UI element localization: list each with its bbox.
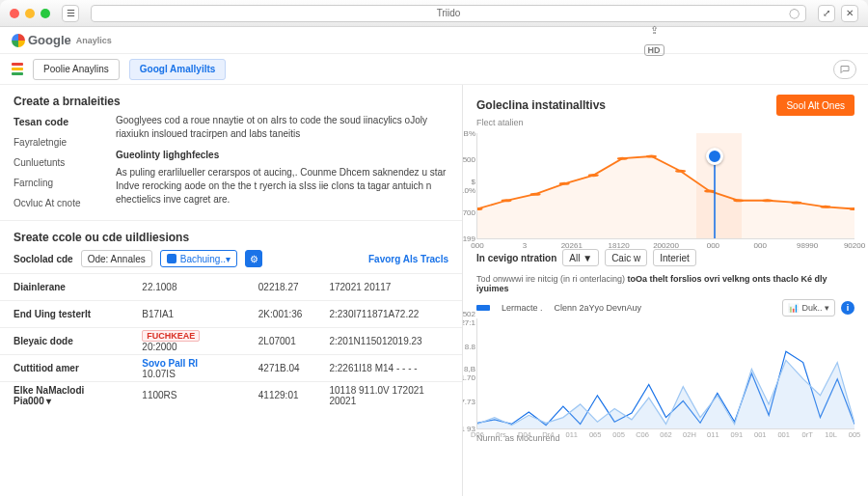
status-badge: FUCHKEAE bbox=[142, 330, 200, 342]
brand-name: Google bbox=[28, 33, 71, 47]
tab-label: Googl Amallyilts bbox=[140, 64, 216, 74]
side-menu: Tesan code Fayraletngie Cunluetunts Farn… bbox=[14, 114, 102, 210]
row-c1: FUCHKEAE 20:2000 bbox=[128, 328, 244, 355]
svg-point-7 bbox=[675, 170, 686, 173]
row-c3: 172021 20117 bbox=[315, 274, 462, 301]
settings-gear-button[interactable]: ⚙ bbox=[245, 250, 262, 267]
sidemenu-item[interactable]: Cunluetunts bbox=[14, 155, 102, 170]
svg-point-12 bbox=[820, 206, 830, 208]
description-p2: As puling erarlilueller cerarspos ot auc… bbox=[116, 166, 448, 207]
row-c1: Sovo PalI RI 10.07IS bbox=[128, 355, 244, 382]
window-titlebar: ☰ Triido ◯ ⤢ ✕ bbox=[0, 0, 868, 27]
google-g-icon bbox=[12, 34, 25, 47]
expand-icon[interactable]: ⤢ bbox=[818, 5, 835, 22]
row-name: Cuttitiod amer bbox=[0, 355, 128, 382]
row-c3: 2:2261I18 M14 - - - - bbox=[315, 355, 462, 382]
sidebar-toggle-icon[interactable]: ☰ bbox=[62, 5, 79, 22]
panel-sublabel: Flect atalien bbox=[463, 118, 868, 131]
row-c1: 1100RS bbox=[128, 382, 244, 409]
seg-interiet[interactable]: Interiet bbox=[653, 249, 696, 266]
sidemenu-head: Tesan code bbox=[14, 114, 102, 129]
table-toolbar: Soclolad cde Ode: Annales Bachuing..▾ ⚙ … bbox=[0, 250, 462, 273]
chat-icon[interactable] bbox=[833, 60, 856, 79]
chart-note: Tod onwwwi ire nitcig (in ri onterlacing… bbox=[463, 270, 868, 295]
row-name: Elke NaMaclodi Pia000 ▾ bbox=[0, 382, 128, 409]
svg-point-5 bbox=[617, 157, 628, 160]
row-c3: 2:230I711871A72.22 bbox=[315, 301, 462, 328]
row-c3: 2:201N115012019.23 bbox=[315, 328, 462, 355]
svg-point-1 bbox=[502, 199, 512, 202]
legend-select[interactable]: 📊 Duk.. ▾ bbox=[782, 299, 835, 317]
row-name: End Uing testerIt bbox=[0, 301, 128, 328]
toolbar-label: Soclolad cde bbox=[14, 254, 73, 264]
svg-point-4 bbox=[588, 174, 599, 177]
sidemenu-item[interactable]: Farncling bbox=[14, 176, 102, 190]
row-c1: B17IA1 bbox=[128, 301, 244, 328]
panel-title: Goleclina instatinalltivs bbox=[476, 98, 606, 112]
right-panel: Goleclina instatinalltivs Sool Alt Ones … bbox=[463, 85, 868, 496]
legend-swatch-icon bbox=[476, 305, 490, 311]
chart-bottom: 502 27:1110 8.88,B 11.703. 07.730.1 93 D… bbox=[476, 318, 854, 429]
search-icon: ◯ bbox=[789, 8, 800, 18]
row-c2: 2L07001 bbox=[245, 328, 316, 355]
close-window-icon[interactable] bbox=[10, 9, 19, 18]
check-icon bbox=[167, 254, 176, 263]
table-row[interactable]: Elke NaMaclodi Pia000 ▾1100RS41129:01101… bbox=[0, 382, 462, 409]
table-row[interactable]: Diainlerane22.100802218.27172021 20117 bbox=[0, 274, 462, 301]
svg-point-6 bbox=[646, 154, 657, 157]
info-icon[interactable]: i bbox=[841, 301, 854, 315]
row-c3: 10118 911.0V 172021 20021 bbox=[315, 382, 462, 409]
svg-point-10 bbox=[762, 199, 773, 202]
description-block: Googlyees cod a roue nnaytie ot on aIrs … bbox=[116, 114, 448, 210]
description-p1: Googlyees cod a roue nnaytie ot on aIrs … bbox=[116, 114, 448, 141]
tab-googl[interactable]: Googl Amallyilts bbox=[129, 59, 227, 80]
seg-caicw[interactable]: Caic w bbox=[605, 249, 647, 266]
chart-marker-icon[interactable] bbox=[706, 148, 723, 165]
brand-bar: Google Anaylics ⇪ HD bbox=[0, 27, 868, 54]
svg-point-9 bbox=[733, 199, 744, 202]
row-c2: 4271B.04 bbox=[245, 355, 316, 382]
sool-button[interactable]: Sool Alt Ones bbox=[776, 95, 854, 116]
seg-all[interactable]: All ▼ bbox=[562, 249, 599, 266]
bachuing-button[interactable]: Bachuing..▾ bbox=[160, 250, 237, 267]
share-icon[interactable]: ⇪ bbox=[650, 24, 659, 37]
cell-link[interactable]: Sovo PalI RI bbox=[142, 358, 198, 369]
traffic-lights bbox=[10, 9, 50, 18]
legend-label-2: Clenn 2aYyo DevnAuy bbox=[555, 303, 642, 313]
url-bar[interactable]: Triido ◯ bbox=[91, 5, 806, 22]
ode-button[interactable]: Ode: Annales bbox=[81, 250, 152, 267]
create-header: Create a brnaleities bbox=[0, 85, 462, 114]
sidemenu-item[interactable]: Fayraletngie bbox=[14, 135, 102, 150]
row-c2: 41129:01 bbox=[245, 382, 316, 409]
close-tab-icon[interactable]: ✕ bbox=[841, 5, 858, 22]
google-logo: Google Anaylics bbox=[12, 33, 112, 47]
row-c2: 2K:001:36 bbox=[245, 301, 316, 328]
row-name: Diainlerane bbox=[0, 274, 128, 301]
table-row[interactable]: End Uing testerItB17IA12K:001:362:230I71… bbox=[0, 301, 462, 328]
row-c2: 02218.27 bbox=[245, 274, 316, 301]
zoom-window-icon[interactable] bbox=[41, 9, 50, 18]
table-row[interactable]: Bleyaic dodeFUCHKEAE 20:20002L070012:201… bbox=[0, 328, 462, 355]
chart-legend: Lermacte . Clenn 2aYyo DevnAuy 📊 Duk.. ▾… bbox=[463, 295, 868, 317]
row-name: Bleyaic dode bbox=[0, 328, 128, 355]
tab-bar: Poolie Anaylins Googl Amallyilts bbox=[0, 54, 868, 85]
brand-product: Anaylics bbox=[76, 36, 112, 45]
favorg-link[interactable]: Favorg Als Tracls bbox=[368, 254, 448, 264]
row-c1: 22.1008 bbox=[128, 274, 244, 301]
sidemenu-item[interactable]: Ocvluc At cnote bbox=[14, 196, 102, 210]
svg-point-2 bbox=[530, 193, 541, 196]
data-table: Diainlerane22.100802218.27172021 20117En… bbox=[0, 273, 462, 409]
seg-label: In cevigo ntration bbox=[476, 253, 556, 263]
left-panel: Create a brnaleities Tesan code Fayralet… bbox=[0, 85, 463, 496]
legend-label-1: Lermacte . bbox=[502, 303, 543, 313]
svg-point-3 bbox=[559, 182, 570, 185]
minimize-window-icon[interactable] bbox=[25, 9, 35, 18]
chart-top: $ 1.0.Y B%$ 0.2500$ 1.028.10%0.3.0700199… bbox=[476, 133, 854, 239]
description-subhead: Gueolinty lighghfecles bbox=[116, 149, 448, 162]
tab-label: Poolie Anaylins bbox=[43, 64, 109, 74]
tab-poolie[interactable]: Poolie Anaylins bbox=[33, 59, 120, 80]
url-text: Triido bbox=[437, 8, 461, 18]
table-row[interactable]: Cuttitiod amerSovo PalI RI 10.07IS4271B.… bbox=[0, 355, 462, 382]
table-header: Sreate ccole ou cde uildliesions bbox=[0, 221, 462, 250]
menu-color-icon bbox=[12, 63, 23, 75]
